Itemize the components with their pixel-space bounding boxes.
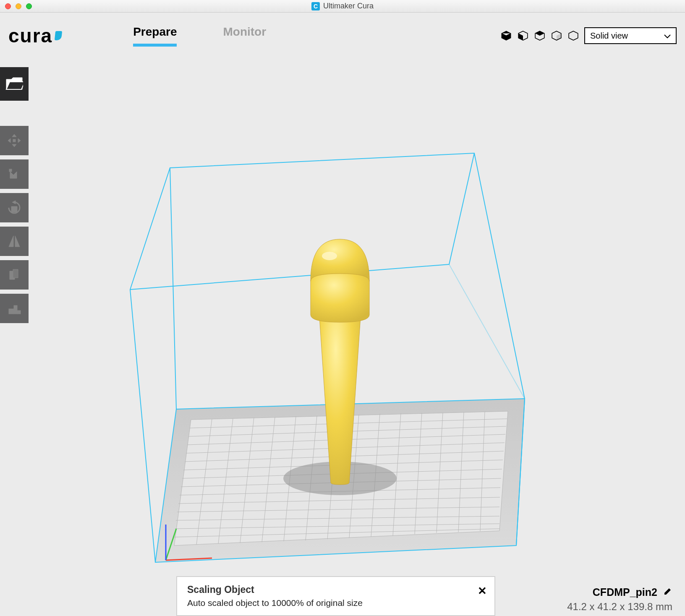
view-iso-icon[interactable] (500, 30, 512, 42)
tab-prepare[interactable]: Prepare (133, 25, 177, 47)
minimize-window-button[interactable] (16, 3, 21, 9)
logo-text: cura (8, 24, 52, 47)
logo-dot (55, 31, 62, 40)
view-left-icon[interactable] (551, 30, 562, 42)
toast-close-button[interactable]: ✕ (478, 585, 487, 598)
tab-monitor[interactable]: Monitor (223, 25, 266, 47)
close-window-button[interactable] (5, 3, 11, 9)
view-mode-select[interactable]: Solid view (584, 27, 677, 44)
cura-logo: cura (8, 24, 62, 47)
window-title: C Ultimaker Cura (311, 2, 374, 10)
scaling-toast: Scaling Object Auto scaled object to 100… (176, 576, 495, 616)
view-front-icon[interactable] (517, 30, 529, 42)
view-controls: Solid view (500, 27, 677, 44)
main-tabs: Prepare Monitor (133, 25, 266, 47)
window-title-text: Ultimaker Cura (323, 2, 374, 10)
maximize-window-button[interactable] (26, 3, 32, 9)
svg-point-42 (322, 252, 337, 260)
toast-title: Scaling Object (187, 584, 484, 595)
chevron-down-icon (664, 31, 671, 41)
build-viewport[interactable] (0, 59, 685, 616)
view-mode-label: Solid view (590, 31, 628, 41)
rename-pencil-icon[interactable] (663, 586, 672, 598)
view-top-icon[interactable] (534, 30, 546, 42)
window-controls (5, 3, 32, 9)
toast-message: Auto scaled object to 10000% of original… (187, 598, 484, 608)
view-direction-icons (500, 30, 579, 42)
object-name: CFDMP_pin2 (593, 586, 657, 598)
window-titlebar: C Ultimaker Cura (0, 0, 685, 13)
object-info: CFDMP_pin2 41.2 x 41.2 x 139.8 mm (567, 586, 672, 613)
cura-app-icon: C (311, 2, 320, 10)
header-bar: cura Prepare Monitor Solid view (0, 13, 685, 59)
view-right-icon[interactable] (567, 30, 579, 42)
object-dimensions: 41.2 x 41.2 x 139.8 mm (567, 601, 672, 613)
